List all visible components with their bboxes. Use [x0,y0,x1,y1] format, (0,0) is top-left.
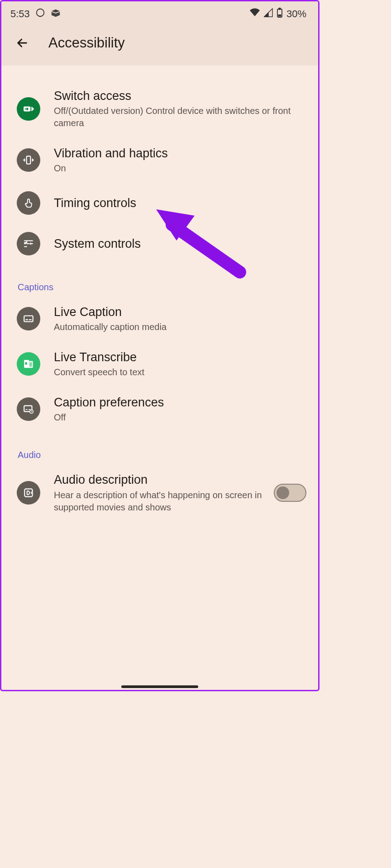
item-title: Vibration and haptics [54,146,306,161]
nav-gesture-pill[interactable] [121,685,198,688]
item-vibration-haptics[interactable]: Vibration and haptics On [1,137,318,183]
svg-rect-11 [25,362,27,365]
battery-percent: 30% [286,8,306,20]
item-caption-preferences[interactable]: Caption preferences Off [1,387,318,432]
section-captions: Captions [1,264,318,296]
item-title: Live Transcribe [54,349,306,365]
item-system-controls[interactable]: System controls [1,223,318,264]
section-audio: Audio [1,432,318,464]
svg-rect-5 [27,156,31,164]
settings-list: Switch access Off/(Outdated version) Con… [1,66,318,522]
status-left: 5:53 [10,8,61,20]
app-header: Accessibility [1,26,318,66]
svg-rect-3 [278,14,281,17]
touch-icon [17,191,40,215]
whatsapp-icon [35,8,45,20]
svg-point-0 [37,9,44,17]
caption-settings-icon [17,397,40,421]
item-switch-access[interactable]: Switch access Off/(Outdated version) Con… [1,80,318,137]
transcribe-icon [17,352,40,376]
svg-rect-7 [26,319,28,320]
item-title: Caption preferences [54,395,306,410]
toggle-thumb [277,486,289,499]
item-live-transcribe[interactable]: Live Transcribe Convert speech to text [1,341,318,387]
switch-access-icon [17,97,40,121]
item-sub: Off [54,411,306,424]
tune-icon [17,232,40,255]
item-sub: Off/(Outdated version) Control device wi… [54,105,306,129]
svg-rect-6 [24,316,33,322]
item-title: Live Caption [54,304,306,320]
svg-rect-2 [279,8,281,9]
item-timing-controls[interactable]: Timing controls [1,183,318,223]
signal-icon [264,8,273,20]
vibration-icon [17,148,40,172]
status-right: 30% [249,8,306,20]
svg-point-16 [31,411,32,412]
audio-description-icon [17,481,40,505]
item-sub: Hear a description of what's happening o… [54,489,264,514]
item-title: Switch access [54,88,306,104]
status-time: 5:53 [10,8,30,20]
svg-rect-8 [29,319,31,320]
item-title: System controls [54,236,306,252]
battery-icon [277,8,283,20]
item-sub: Automatically caption media [54,321,306,333]
caption-icon [17,307,40,330]
item-title: Audio description [54,472,264,488]
item-live-caption[interactable]: Live Caption Automatically caption media [1,296,318,341]
back-button[interactable] [13,34,31,52]
audio-description-toggle[interactable] [274,484,306,502]
package-icon [51,8,61,20]
status-bar: 5:53 30% [1,1,318,26]
arrow-left-icon [15,36,29,50]
item-audio-description[interactable]: Audio description Hear a description of … [1,464,318,521]
svg-rect-14 [29,409,30,410]
item-title: Timing controls [54,195,306,211]
item-sub: Convert speech to text [54,366,306,378]
item-sub: On [54,162,306,175]
svg-rect-13 [26,409,28,410]
page-title: Accessibility [48,35,125,51]
wifi-icon [249,8,260,20]
